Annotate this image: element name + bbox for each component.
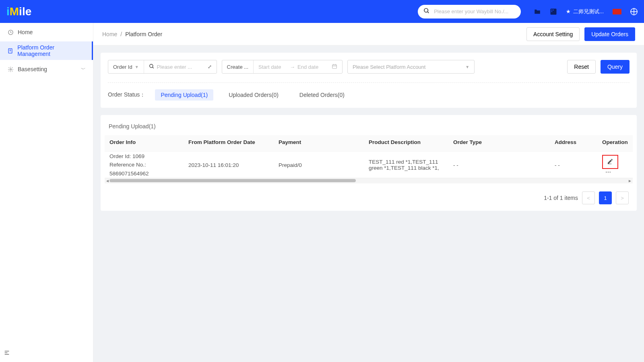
breadcrumb: Home / Platform Order bbox=[102, 31, 162, 37]
svg-line-15 bbox=[152, 67, 153, 68]
reference-no-text: Reference No.: 5869071564962 bbox=[109, 160, 179, 178]
pagination: 1-1 of 1 items < 1 > bbox=[105, 183, 633, 204]
folder-icon[interactable] bbox=[534, 8, 541, 15]
platform-account-select[interactable]: Please Select Platform Account ▼ bbox=[347, 60, 475, 74]
table-title: Pending Upload(1) bbox=[105, 123, 633, 130]
query-button[interactable]: Query bbox=[601, 60, 630, 74]
th-operation: Operation bbox=[597, 135, 632, 152]
search-input[interactable] bbox=[434, 8, 515, 14]
caret-down-icon: ▼ bbox=[135, 65, 139, 69]
expand-icon[interactable]: ⤢ bbox=[208, 64, 212, 70]
update-orders-button[interactable]: Update Orders bbox=[584, 27, 635, 41]
sidebar: Home Platform Order Management Basesetti… bbox=[0, 23, 93, 362]
th-description: Product Description bbox=[364, 135, 448, 152]
th-order-date: From Platform Order Date bbox=[184, 135, 274, 152]
pagination-text: 1-1 of 1 items bbox=[544, 195, 578, 201]
table-row: Order Id: 1069 Reference No.: 5869071564… bbox=[105, 152, 633, 178]
page-next[interactable]: > bbox=[616, 191, 629, 204]
breadcrumb-current: Platform Order bbox=[125, 31, 162, 37]
search-icon bbox=[423, 8, 430, 16]
gear-icon bbox=[7, 66, 14, 72]
table-header: Order Info From Platform Order Date Paym… bbox=[105, 135, 633, 152]
divider bbox=[108, 82, 630, 83]
globe-icon[interactable] bbox=[630, 8, 638, 15]
calendar-icon bbox=[332, 64, 337, 70]
date-type-label: Create ... bbox=[227, 64, 248, 70]
status-tabs: Order Status： Pending Upload(1) Uploaded… bbox=[108, 89, 630, 101]
th-order-type: Order Type bbox=[448, 135, 550, 152]
search-icon bbox=[149, 64, 155, 70]
flag-icon[interactable] bbox=[613, 9, 621, 14]
date-range-filter: Create ... → bbox=[222, 60, 343, 74]
scroll-right-icon[interactable]: ► bbox=[627, 179, 633, 183]
td-order-type: - - bbox=[448, 158, 550, 172]
horizontal-scrollbar[interactable]: ◄ ► bbox=[105, 178, 633, 183]
svg-rect-3 bbox=[551, 9, 552, 10]
start-date-input[interactable] bbox=[258, 60, 287, 73]
order-id-label: Order Id bbox=[113, 64, 132, 70]
topbar: Home / Platform Order Account Setting Up… bbox=[93, 23, 644, 45]
logo: i M ile bbox=[6, 6, 31, 17]
svg-point-14 bbox=[149, 64, 153, 67]
clock-icon bbox=[7, 29, 14, 35]
date-type-selector[interactable]: Create ... bbox=[222, 60, 254, 73]
breadcrumb-sep: / bbox=[120, 31, 122, 37]
order-id-filter: Order Id ▼ ⤢ bbox=[108, 60, 217, 74]
doc-icon bbox=[7, 47, 13, 54]
td-operation: ⋯ bbox=[597, 151, 632, 179]
svg-point-0 bbox=[424, 8, 428, 12]
status-label: Order Status： bbox=[108, 91, 145, 99]
scroll-thumb[interactable] bbox=[109, 179, 356, 182]
date-range-picker[interactable]: → bbox=[254, 60, 342, 73]
svg-rect-5 bbox=[551, 11, 552, 12]
table-panel: Pending Upload(1) Order Info From Platfo… bbox=[101, 115, 637, 211]
user-menu[interactable]: ★ 二师兄测试... bbox=[566, 8, 604, 15]
svg-line-1 bbox=[427, 12, 429, 13]
order-id-input[interactable] bbox=[157, 60, 205, 73]
header-search[interactable] bbox=[418, 5, 521, 19]
account-setting-button[interactable]: Account Setting bbox=[526, 27, 580, 41]
star-icon: ★ bbox=[566, 8, 571, 14]
chevron-down-icon: ﹀ bbox=[81, 66, 86, 73]
tab-pending-upload[interactable]: Pending Upload(1) bbox=[155, 89, 213, 101]
reset-button[interactable]: Reset bbox=[567, 60, 596, 74]
th-address: Address bbox=[550, 135, 597, 152]
order-id-selector[interactable]: Order Id ▼ bbox=[108, 60, 144, 73]
sidebar-item-label: Basesetting bbox=[18, 66, 47, 72]
td-address: - - bbox=[550, 158, 597, 172]
logo-ile: ile bbox=[19, 6, 31, 17]
platform-account-placeholder: Please Select Platform Account bbox=[353, 64, 425, 70]
caret-down-icon: ▼ bbox=[465, 65, 469, 69]
sidebar-item-home[interactable]: Home bbox=[0, 23, 93, 41]
logo-m: M bbox=[10, 6, 19, 17]
sidebar-item-basesetting[interactable]: Basesetting ﹀ bbox=[0, 60, 93, 78]
tab-uploaded[interactable]: Uploaded Orders(0) bbox=[223, 89, 284, 101]
page-1[interactable]: 1 bbox=[599, 191, 612, 204]
sidebar-item-label: Platform Order Management bbox=[17, 44, 86, 57]
td-payment: Prepaid/0 bbox=[274, 158, 364, 172]
order-id-input-wrap: ⤢ bbox=[144, 60, 217, 73]
grid-icon[interactable] bbox=[550, 8, 557, 15]
svg-rect-16 bbox=[332, 64, 337, 68]
user-label: 二师兄测试... bbox=[573, 8, 604, 15]
tab-deleted[interactable]: Deleted Orders(0) bbox=[294, 89, 350, 101]
more-actions-icon[interactable]: ⋯ bbox=[605, 169, 612, 175]
sidebar-item-platform-order[interactable]: Platform Order Management bbox=[0, 41, 93, 60]
svg-point-10 bbox=[10, 68, 11, 70]
breadcrumb-home[interactable]: Home bbox=[102, 31, 117, 37]
th-payment: Payment bbox=[274, 135, 364, 152]
order-id-text: Order Id: 1069 bbox=[109, 152, 179, 161]
td-order-info: Order Id: 1069 Reference No.: 5869071564… bbox=[105, 148, 184, 182]
page-prev[interactable]: < bbox=[582, 191, 595, 204]
app-header: i M ile ★ 二师兄测试... bbox=[0, 0, 644, 23]
arrow-right-icon: → bbox=[290, 64, 295, 70]
edit-button[interactable] bbox=[602, 155, 618, 169]
svg-rect-20 bbox=[608, 164, 611, 164]
td-description: TEST_111 red *1,TEST_111 green *1,TEST_1… bbox=[364, 155, 448, 175]
edit-icon bbox=[607, 158, 613, 166]
sidebar-collapse[interactable] bbox=[0, 343, 14, 362]
logo-i: i bbox=[6, 6, 10, 17]
end-date-input[interactable] bbox=[297, 60, 326, 73]
td-order-date: 2023-10-11 16:01:20 bbox=[184, 158, 274, 172]
filter-panel: Order Id ▼ ⤢ Create ... bbox=[101, 53, 637, 108]
